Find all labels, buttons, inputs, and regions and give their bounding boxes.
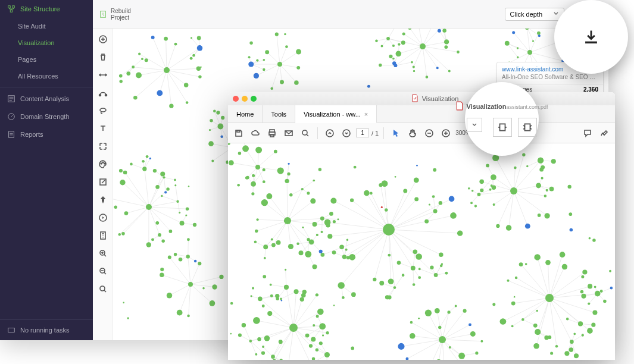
svg-point-629 [351,292,356,297]
add-icon[interactable] [96,32,110,46]
zoom-reset-icon[interactable] [96,282,110,296]
svg-line-468 [496,158,514,191]
play-icon[interactable] [96,211,110,225]
rebuild-button[interactable]: RebuildProject [99,8,131,21]
sidebar-footer[interactable]: No running tasks [0,319,93,340]
svg-point-170 [169,103,173,108]
minimize-icon[interactable] [242,96,248,102]
expand-icon[interactable] [96,139,110,153]
sidebar-item-reports[interactable]: Reports [0,125,93,143]
pdf-tab-home[interactable]: Home [228,105,263,123]
pin-icon[interactable] [96,193,110,207]
svg-line-400 [327,222,389,230]
cloud-icon[interactable] [248,126,263,140]
svg-line-604 [258,152,276,167]
click-depth-select[interactable]: Click depth [505,8,564,21]
svg-point-339 [155,221,159,225]
close-tab-icon[interactable]: × [364,111,368,118]
calculator-icon[interactable] [96,228,110,243]
svg-point-719 [541,177,544,179]
pdf-titlebar[interactable]: Visualization [228,92,615,105]
svg-point-771 [311,337,316,341]
svg-point-842 [245,177,248,180]
arrows-h-icon[interactable] [96,68,110,82]
svg-line-158 [514,33,530,52]
zoom-in-icon[interactable] [439,126,453,140]
svg-point-810 [439,336,446,343]
pdf-canvas[interactable] [228,143,615,360]
pdf-tab-tools[interactable]: Tools [263,105,295,123]
edit-icon[interactable] [96,175,110,189]
fit-page-icon[interactable] [518,118,537,137]
sidebar-item-domain-strength[interactable]: Domain Strength [0,108,93,125]
hand-icon[interactable] [405,126,420,140]
pdf-tab-file[interactable]: Visualization - ww...× [295,105,377,123]
fit-width-icon[interactable] [493,118,512,137]
sign-icon[interactable] [597,126,611,140]
svg-point-642 [370,192,373,195]
trash-icon[interactable] [96,50,110,64]
svg-line-416 [389,215,453,230]
svg-line-380 [413,268,414,285]
close-icon[interactable] [233,96,239,102]
svg-point-11 [100,108,106,112]
svg-point-779 [573,332,576,335]
svg-point-186 [190,57,193,60]
save-icon[interactable] [232,126,246,140]
sidebar-item-site-structure[interactable]: Site Structure [0,0,93,18]
download-button-zoomed[interactable] [583,29,599,45]
sidebar-item-all-resources[interactable]: All Resources [0,68,93,84]
zoom-out-icon[interactable] [96,264,110,278]
svg-point-292 [444,39,449,44]
text-icon[interactable] [96,121,110,136]
print-icon[interactable] [265,126,279,140]
svg-point-333 [444,45,448,49]
svg-point-866 [262,305,265,307]
svg-point-230 [194,260,197,263]
info-desc: All-In-One SEO Software & SEO Tools | SE… [497,74,603,84]
zoom-out-icon[interactable] [422,126,436,140]
pointer-icon[interactable] [389,126,403,140]
svg-point-789 [521,318,524,321]
sidebar-item-visualization[interactable]: Visualization [0,34,93,51]
pdf-window: Visualization Home Tools Visualization -… [228,92,615,360]
svg-point-177 [119,74,123,78]
svg-point-711 [538,157,544,163]
svg-point-210 [163,176,165,178]
search-icon[interactable] [298,126,313,140]
pdf-title-zoomed: Visualizationassistant.com.pdf [466,103,548,110]
svg-point-175 [126,71,130,76]
svg-point-637 [327,234,332,239]
comment-icon[interactable] [580,126,595,140]
svg-point-870 [492,303,495,306]
mail-icon[interactable] [282,126,296,140]
zoom-in-icon[interactable] [96,246,110,261]
sidebar-item-content-analysis[interactable]: Content Analysis [0,90,93,108]
curve-icon[interactable] [96,86,110,100]
svg-line-46 [149,207,170,231]
svg-point-10 [105,95,107,96]
svg-point-280 [398,43,400,45]
sidebar-item-pages[interactable]: Pages [0,51,93,68]
svg-point-311 [524,29,530,30]
page-down-icon[interactable] [339,126,354,140]
page-input[interactable] [356,128,369,137]
svg-point-195 [161,239,164,242]
svg-point-615 [411,266,416,271]
svg-point-357 [119,80,122,83]
svg-point-882 [284,219,286,222]
svg-point-183 [190,37,192,39]
maximize-icon[interactable] [251,96,257,102]
svg-point-855 [228,143,230,145]
svg-line-127 [398,46,423,54]
sidebar-item-site-audit[interactable]: Site Audit [0,18,93,34]
svg-point-759 [294,289,299,294]
palette-icon[interactable] [96,157,110,171]
svg-point-168 [184,83,189,87]
svg-point-284 [375,39,378,42]
dropdown-button[interactable] [467,118,482,132]
svg-point-769 [305,334,310,338]
svg-line-90 [272,64,280,89]
lasso-icon[interactable] [96,103,110,118]
page-up-icon[interactable] [323,126,337,140]
